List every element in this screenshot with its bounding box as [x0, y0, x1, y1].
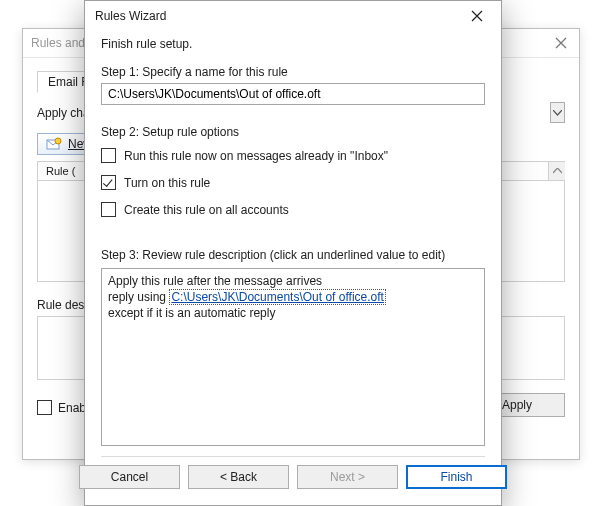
desc-line2: reply using C:\Users\JK\Documents\Out of… [108, 289, 478, 305]
back-button[interactable]: < Back [188, 465, 289, 489]
apply-changes-label: Apply cha [37, 106, 90, 120]
all-accounts-checkbox[interactable] [101, 202, 116, 217]
rule-description-editor: Apply this rule after the message arrive… [101, 268, 485, 446]
turn-on-label: Turn on this rule [124, 176, 210, 190]
svg-point-1 [55, 138, 61, 144]
finish-button[interactable]: Finish [406, 465, 507, 489]
enable-rules-checkbox[interactable] [37, 400, 52, 415]
rules-wizard-dialog: Rules Wizard Finish rule setup. Step 1: … [84, 0, 502, 506]
step3-label: Step 3: Review rule description (click a… [101, 248, 485, 262]
step1-label: Step 1: Specify a name for this rule [101, 65, 485, 79]
rule-icon [46, 137, 62, 151]
wizard-body: Finish rule setup. Step 1: Specify a nam… [85, 31, 501, 505]
bg-close-button[interactable] [551, 33, 571, 53]
turn-on-checkbox[interactable] [101, 175, 116, 190]
rule-name-input[interactable] [101, 83, 485, 105]
rule-list-header-text: Rule ( [46, 165, 75, 177]
cancel-button[interactable]: Cancel [79, 465, 180, 489]
wizard-titlebar: Rules Wizard [85, 1, 501, 31]
template-path-link[interactable]: C:\Users\JK\Documents\Out of office.oft [169, 289, 386, 305]
next-button: Next > [297, 465, 398, 489]
desc-line3: except if it is an automatic reply [108, 305, 478, 321]
step2-label: Step 2: Setup rule options [101, 125, 485, 139]
wizard-button-row: Cancel < Back Next > Finish [101, 465, 485, 497]
folder-dropdown[interactable] [550, 102, 565, 123]
wizard-title: Rules Wizard [95, 9, 455, 23]
scroll-up-icon[interactable] [548, 162, 565, 180]
separator [101, 456, 485, 457]
run-now-checkbox[interactable] [101, 148, 116, 163]
close-button[interactable] [455, 2, 499, 30]
wizard-heading: Finish rule setup. [101, 37, 485, 51]
desc-line1: Apply this rule after the message arrive… [108, 273, 478, 289]
desc-line2-prefix: reply using [108, 290, 169, 304]
all-accounts-label: Create this rule on all accounts [124, 203, 289, 217]
close-icon [471, 10, 483, 22]
run-now-label: Run this rule now on messages already in… [124, 149, 388, 163]
